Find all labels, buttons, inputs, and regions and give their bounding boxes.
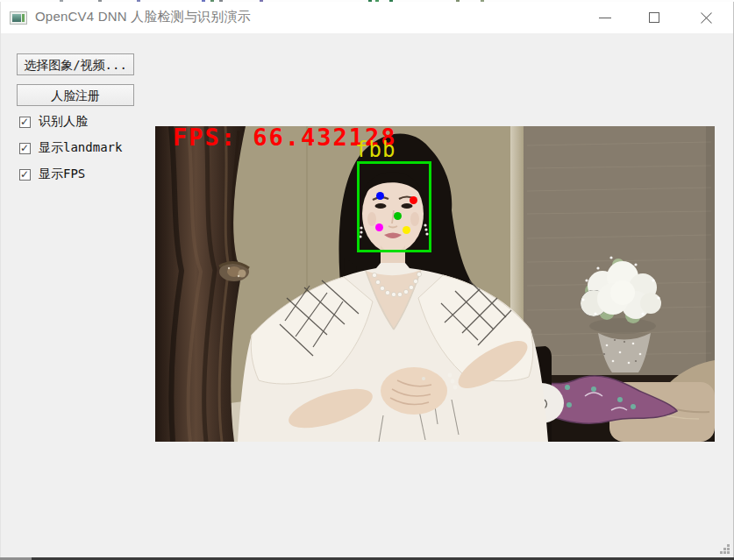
checkbox-show-fps[interactable]: ✓ 显示FPS <box>19 167 85 181</box>
landmark-nose <box>394 212 402 220</box>
check-icon: ✓ <box>20 116 29 128</box>
landmark-right-eye <box>410 196 417 204</box>
landmark-mouth-right <box>403 226 410 234</box>
maximize-button[interactable] <box>634 2 674 33</box>
window-title: OpenCV4 DNN 人脸检测与识别演示 <box>35 9 251 25</box>
check-icon: ✓ <box>20 142 29 154</box>
checkbox-show-landmark[interactable]: ✓ 显示landmark <box>19 141 122 155</box>
landmark-left-eye <box>376 192 384 200</box>
control-panel: 选择图象/视频... 人脸注册 ✓ 识别人脸 ✓ 显示landmark ✓ 显示… <box>0 33 155 524</box>
video-frame-image <box>155 126 715 442</box>
minimize-button[interactable] <box>585 2 625 33</box>
check-icon: ✓ <box>20 168 29 181</box>
checkbox-box[interactable]: ✓ <box>19 117 31 128</box>
close-button[interactable] <box>686 2 726 33</box>
app-icon <box>10 11 27 25</box>
landmark-mouth-left <box>375 223 383 231</box>
face-name-label: fbb <box>355 138 396 162</box>
checkbox-box[interactable]: ✓ <box>19 169 31 181</box>
resize-grip[interactable] <box>720 544 730 555</box>
title-bar: OpenCV4 DNN 人脸检测与识别演示 <box>0 2 734 33</box>
app-icon-image <box>12 14 21 22</box>
checkbox-label: 显示landmark <box>39 140 122 156</box>
checkbox-box[interactable]: ✓ <box>19 143 31 154</box>
select-image-video-button[interactable]: 选择图象/视频... <box>17 53 134 75</box>
minimize-icon <box>599 18 611 18</box>
checkbox-label: 识别人脸 <box>39 114 88 130</box>
face-register-button[interactable]: 人脸注册 <box>17 84 134 106</box>
video-display: FPS: 66.432128 fbb <box>155 126 715 442</box>
maximize-icon <box>649 12 659 23</box>
checkbox-recognize-face[interactable]: ✓ 识别人脸 <box>19 115 88 129</box>
window-left-border <box>0 2 1 557</box>
checkbox-label: 显示FPS <box>39 167 85 182</box>
close-icon <box>700 11 713 25</box>
face-detection-box <box>357 161 431 252</box>
app-window: OpenCV4 DNN 人脸检测与识别演示 选择图象/视频... 人脸注册 ✓ … <box>0 0 734 560</box>
app-icon-bar <box>22 14 25 22</box>
